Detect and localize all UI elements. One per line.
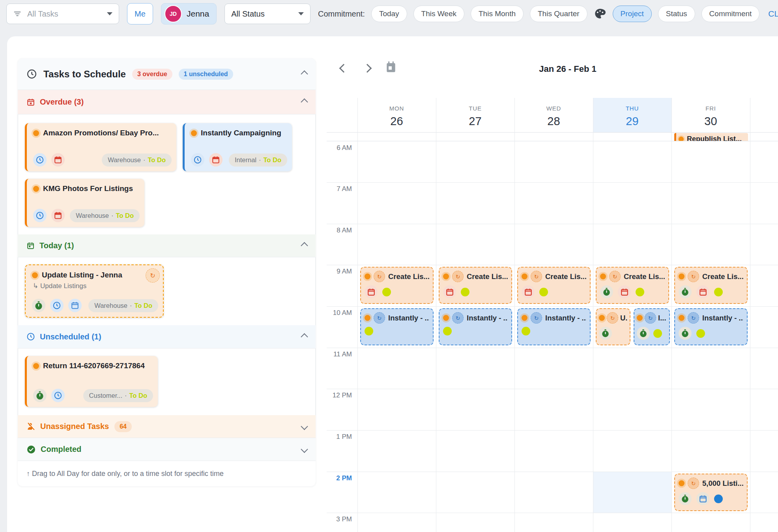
status-dot	[636, 288, 644, 296]
task-meta-pill: Warehouse · To Do	[70, 209, 140, 222]
user-filter-button[interactable]: JD Jenna	[161, 3, 217, 24]
calendar-today-icon	[26, 242, 35, 250]
section-unassigned-header[interactable]: Unassigned Tasks 64	[18, 415, 316, 438]
project-color-dot	[679, 480, 684, 486]
commitment-week-pill[interactable]: This Week	[413, 6, 464, 22]
task-title: Return 114-6207669-2717864	[43, 362, 145, 370]
calendar-event[interactable]: ↻ Create Lis...	[596, 267, 669, 304]
project-color-dot	[443, 315, 449, 321]
task-filter-select[interactable]: All Tasks	[6, 4, 119, 24]
calendar-event[interactable]: ↻ U.	[596, 308, 630, 345]
grid-line	[436, 98, 436, 532]
time-label: 8 AM	[324, 227, 352, 234]
clear-filters-link[interactable]: CLEAR	[768, 9, 778, 19]
section-overdue-label: Overdue (3)	[40, 97, 84, 107]
drag-hint-text: ↑ Drag to All Day for date only, or to a…	[26, 470, 224, 478]
clock-icon	[33, 153, 47, 167]
calendar-event[interactable]: ↻ Instantly - ...	[360, 308, 434, 345]
project-color-dot	[679, 315, 684, 321]
calendar-event[interactable]: ↻ 5,000 Listi...	[674, 474, 748, 511]
project-color-dot	[33, 130, 39, 136]
stopwatch-icon	[637, 327, 650, 340]
task-card[interactable]: Update Listing - Jenna ↻ ↳ Update Listin…	[25, 264, 164, 318]
calendar-event[interactable]: ↻ Create Lis...	[360, 267, 434, 304]
calendar-event[interactable]: ↻ Create Lis...	[517, 267, 591, 304]
clock-icon	[26, 332, 35, 341]
task-meta-pill: Internal · To Do	[229, 154, 287, 167]
grid-line	[327, 306, 778, 307]
grid-line	[514, 98, 515, 532]
clock-icon	[33, 209, 47, 222]
event-title: Instantly - ...	[467, 314, 508, 322]
task-title: Instantly Campaigning	[201, 129, 281, 137]
collapse-section-icon[interactable]	[301, 242, 308, 249]
calendar-event[interactable]: ↻ Instantly - ...	[439, 308, 512, 345]
collapse-section-icon[interactable]	[301, 333, 308, 340]
grid-line	[327, 182, 778, 183]
task-title: KMG Photos For Listings	[43, 184, 133, 193]
me-filter-button[interactable]: Me	[127, 3, 153, 24]
user-name: Jenna	[187, 9, 209, 19]
status-filter-select[interactable]: All Status	[224, 4, 310, 24]
task-card[interactable]: Instantly Campaigning Internal · To Do	[183, 123, 292, 171]
tasks-panel-header[interactable]: Tasks to Schedule 3 overdue 1 unschedule…	[18, 58, 316, 90]
status-dot	[714, 288, 723, 296]
section-overdue-header[interactable]: Overdue (3)	[18, 90, 316, 114]
task-meta-pill: Customer... · To Do	[83, 389, 153, 402]
section-completed-header[interactable]: Completed	[18, 438, 316, 461]
event-title: Create Lis...	[624, 272, 665, 281]
avatar: JD	[165, 5, 182, 22]
commitment-month-pill[interactable]: This Month	[471, 6, 524, 22]
calendar-icon	[209, 153, 223, 167]
clock-icon	[26, 69, 37, 79]
expand-section-icon[interactable]	[301, 423, 308, 430]
project-color-dot	[32, 272, 38, 278]
calendar-event[interactable]: ↻ Create Lis...	[674, 267, 748, 304]
unscheduled-count-badge: 1 unscheduled	[179, 69, 233, 80]
day-header-wed: WED 28	[514, 99, 593, 131]
task-card[interactable]: Amazon Promotions/ Ebay Pro... Warehouse…	[25, 123, 176, 171]
calendar-icon	[696, 492, 709, 505]
all-day-event[interactable]: Republish List...	[674, 133, 748, 141]
collapse-panel-icon[interactable]	[301, 70, 308, 77]
calendar-event[interactable]: ↻ Create Lis...	[439, 267, 512, 304]
week-range-title: Jan 26 - Feb 1	[357, 64, 778, 74]
collapse-section-icon[interactable]	[301, 98, 308, 105]
calendar-event[interactable]: ↻ Instantly - ...	[674, 308, 748, 345]
project-color-dot	[599, 315, 605, 321]
recurrence-icon: ↻	[374, 271, 385, 282]
chevron-down-icon	[298, 12, 304, 15]
recurrence-icon: ↻	[609, 271, 621, 282]
calendar-event[interactable]: ↻ I...	[634, 308, 670, 345]
commitment-today-pill[interactable]: Today	[371, 6, 407, 22]
task-title: Update Listing - Jenna	[42, 271, 122, 279]
task-card[interactable]: KMG Photos For Listings Warehouse · To D…	[25, 179, 144, 227]
section-unscheduled-header[interactable]: Unscheduled (1)	[18, 325, 316, 348]
grid-line	[671, 98, 672, 532]
section-today-header[interactable]: Today (1)	[18, 234, 316, 257]
event-title: Create Lis...	[388, 272, 429, 281]
project-color-dot	[443, 273, 449, 279]
section-completed-label: Completed	[41, 445, 81, 454]
group-by-status-pill[interactable]: Status	[658, 6, 695, 22]
palette-icon[interactable]	[594, 7, 606, 20]
status-dot	[522, 327, 530, 335]
recurrence-icon: ↻	[452, 271, 464, 282]
overdue-count-badge: 3 overdue	[132, 69, 172, 80]
user-slash-icon	[26, 422, 36, 431]
project-color-dot	[365, 315, 370, 321]
current-hour-cell	[593, 472, 671, 513]
calendar-icon	[51, 209, 65, 222]
group-by-commitment-pill[interactable]: Commitment	[701, 6, 760, 22]
commitment-quarter-pill[interactable]: This Quarter	[530, 6, 587, 22]
group-by-project-pill[interactable]: Project	[613, 6, 652, 22]
calendar-event[interactable]: ↻ Instantly - ...	[517, 308, 591, 345]
chevron-down-icon	[107, 12, 112, 15]
task-card[interactable]: Return 114-6207669-2717864 Customer... ·…	[25, 356, 158, 407]
recurrence-icon: ↻	[146, 268, 160, 283]
scheduler-app: All Tasks Me JD Jenna All Status Commitm…	[0, 0, 778, 532]
calendar-icon	[618, 285, 631, 298]
prev-week-button[interactable]	[339, 63, 349, 73]
recurrence-icon: ↻	[688, 312, 699, 324]
expand-section-icon[interactable]	[301, 446, 308, 453]
